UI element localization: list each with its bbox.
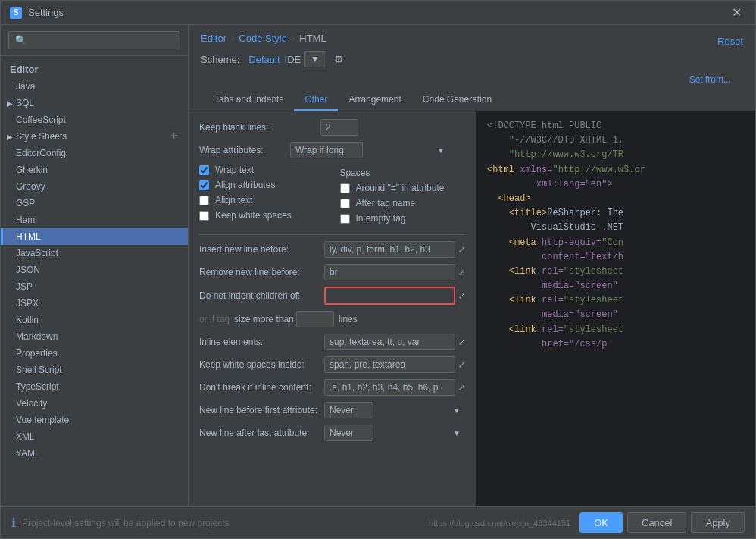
code-line: href="/css/p bbox=[487, 337, 745, 352]
sidebar-item-label: HTML bbox=[16, 231, 41, 242]
sidebar-item-label: XML bbox=[16, 431, 35, 442]
new-line-first-attr-dropdown[interactable]: Never bbox=[324, 402, 373, 418]
tag-size-input[interactable] bbox=[296, 311, 334, 327]
insert-new-line-before-label: Insert new line before: bbox=[199, 244, 324, 255]
expand-icon6[interactable]: ⤢ bbox=[458, 383, 465, 393]
keep-white-spaces-checkbox[interactable] bbox=[199, 211, 209, 221]
sidebar-item-label: Vue template bbox=[16, 415, 69, 425]
sidebar-item-groovy[interactable]: Groovy bbox=[1, 178, 188, 195]
around-eq-checkbox[interactable] bbox=[340, 183, 350, 193]
wrap-attributes-dropdown-wrapper: Wrap if long ▼ bbox=[290, 142, 449, 158]
insert-new-line-before-input[interactable] bbox=[324, 241, 455, 258]
new-line-last-attr-dropdown[interactable]: Never bbox=[324, 425, 373, 441]
sidebar-item-properties[interactable]: Properties bbox=[1, 345, 188, 362]
info-icon[interactable]: ℹ bbox=[11, 515, 16, 530]
sidebar-item-vuetemplate[interactable]: Vue template bbox=[1, 412, 188, 428]
around-eq-row: Around "=" in attribute bbox=[340, 183, 466, 193]
sidebar-item-yaml[interactable]: YAML bbox=[1, 445, 188, 462]
breadcrumb-editor[interactable]: Editor bbox=[201, 33, 226, 44]
inline-elements-row: Inline elements: ⤢ bbox=[199, 334, 465, 350]
close-button[interactable]: ✕ bbox=[727, 4, 746, 21]
sidebar-item-velocity[interactable]: Velocity bbox=[1, 395, 188, 412]
align-attributes-checkbox[interactable] bbox=[199, 180, 209, 190]
scheme-dropdown-btn[interactable]: ▼ bbox=[304, 51, 326, 67]
do-not-indent-input[interactable] bbox=[324, 287, 455, 305]
tab-other[interactable]: Other bbox=[294, 89, 338, 111]
sidebar-item-gherkin[interactable]: Gherkin bbox=[1, 161, 188, 178]
reset-link[interactable]: Reset bbox=[717, 36, 743, 47]
align-text-checkbox[interactable] bbox=[199, 196, 209, 205]
keep-white-spaces-inside-label: Keep white spaces inside: bbox=[199, 359, 324, 370]
sidebar-item-markdown[interactable]: Markdown bbox=[1, 328, 188, 345]
sidebar-item-label: JSPX bbox=[16, 298, 39, 309]
sidebar-item-sql[interactable]: ▶ SQL bbox=[1, 95, 188, 111]
sidebar-item-label: SQL bbox=[16, 98, 34, 108]
code-line: <link rel="stylesheet bbox=[487, 293, 745, 308]
set-from-link[interactable]: Set from... bbox=[201, 74, 743, 89]
search-input[interactable] bbox=[8, 31, 180, 49]
dont-break-input[interactable] bbox=[324, 379, 455, 396]
after-tag-name-checkbox[interactable] bbox=[340, 199, 350, 208]
settings-content: Keep blank lines: Wrap attributes: Wrap … bbox=[189, 111, 476, 506]
sidebar-item-label: Markdown bbox=[16, 331, 58, 342]
divider1 bbox=[199, 234, 465, 235]
sidebar-item-gsp[interactable]: GSP bbox=[1, 195, 188, 212]
sidebar-item-html[interactable]: HTML bbox=[1, 228, 188, 245]
ok-button[interactable]: OK bbox=[579, 512, 623, 533]
breadcrumb-codestyle[interactable]: Code Style bbox=[239, 33, 287, 44]
wrap-text-checkbox[interactable] bbox=[199, 165, 209, 175]
sidebar-item-label: EditorConfig bbox=[16, 148, 66, 158]
sidebar-item-jsp[interactable]: JSP bbox=[1, 278, 188, 295]
app-icon-letter: S bbox=[14, 8, 19, 17]
keep-white-spaces-inside-input[interactable] bbox=[324, 356, 455, 373]
wrap-attributes-dropdown[interactable]: Wrap if long bbox=[290, 142, 363, 158]
expand-icon[interactable]: ⤢ bbox=[458, 245, 465, 255]
in-empty-tag-checkbox[interactable] bbox=[340, 214, 350, 224]
sidebar-item-xml[interactable]: XML bbox=[1, 428, 188, 445]
sidebar-item-json[interactable]: JSON bbox=[1, 262, 188, 278]
code-line: <!DOCTYPE html PUBLIC bbox=[487, 119, 745, 133]
sidebar-item-coffeescript[interactable]: CoffeeScript bbox=[1, 111, 188, 128]
cancel-button[interactable]: Cancel bbox=[627, 512, 686, 533]
sidebar-item-kotlin[interactable]: Kotlin bbox=[1, 312, 188, 328]
sidebar-item-label: Kotlin bbox=[16, 315, 39, 325]
dropdown-arrow-icon: ▼ bbox=[437, 146, 445, 155]
tab-code-generation[interactable]: Code Generation bbox=[412, 89, 502, 111]
new-line-first-attr-label: New line before first attribute: bbox=[199, 405, 324, 415]
dropdown-arrow-icon2: ▼ bbox=[453, 406, 461, 415]
sidebar-item-stylesheets[interactable]: ▶ Style Sheets bbox=[1, 128, 188, 145]
expand-icon4[interactable]: ⤢ bbox=[458, 337, 465, 347]
scheme-dropdown-value[interactable]: Default bbox=[245, 52, 283, 67]
expand-icon2[interactable]: ⤢ bbox=[458, 268, 465, 277]
sidebar-item-javascript[interactable]: JavaScript bbox=[1, 245, 188, 262]
new-line-first-attr-row: New line before first attribute: Never ▼ bbox=[199, 402, 465, 418]
align-text-row: Align text bbox=[199, 195, 325, 205]
code-line: "-//W3C//DTD XHTML 1. bbox=[487, 133, 745, 148]
sidebar-item-haml[interactable]: Haml bbox=[1, 212, 188, 228]
remove-new-line-before-input[interactable] bbox=[324, 264, 455, 280]
bottom-bar: ℹ Project-level settings will be applied… bbox=[1, 506, 755, 538]
sidebar-item-java[interactable]: Java bbox=[1, 78, 188, 95]
tab-tabs-indents[interactable]: Tabs and Indents bbox=[204, 89, 294, 111]
expand-icon3[interactable]: ⤢ bbox=[458, 291, 465, 301]
tab-arrangement[interactable]: Arrangement bbox=[338, 89, 411, 111]
sidebar-item-jspx[interactable]: JSPX bbox=[1, 295, 188, 312]
gear-button[interactable]: ⚙ bbox=[329, 50, 349, 68]
in-empty-tag-label: In empty tag bbox=[356, 213, 406, 224]
keep-blank-lines-input[interactable] bbox=[320, 119, 358, 136]
align-text-label: Align text bbox=[215, 195, 252, 205]
spaces-col: Spaces Around "=" in attribute After tag… bbox=[340, 165, 466, 228]
sidebar-item-shellscript[interactable]: Shell Script bbox=[1, 362, 188, 378]
do-not-indent-row: Do not indent children of: ⤢ bbox=[199, 287, 465, 305]
wrap-text-row: Wrap text bbox=[199, 165, 325, 175]
inline-elements-input[interactable] bbox=[324, 334, 455, 350]
expand-icon5[interactable]: ⤢ bbox=[458, 360, 465, 370]
sidebar-item-typescript[interactable]: TypeScript bbox=[1, 378, 188, 395]
code-line: xml:lang="en"> bbox=[487, 177, 745, 192]
breadcrumb-sep1: › bbox=[231, 33, 234, 44]
main-content: Editor Java ▶ SQL CoffeeScript ▶ Style S… bbox=[1, 25, 755, 506]
main-panel: Editor › Code Style › HTML Reset Scheme:… bbox=[189, 25, 755, 506]
expand-icon bbox=[170, 131, 179, 142]
apply-button[interactable]: Apply bbox=[691, 512, 745, 533]
sidebar-item-editorconfig[interactable]: EditorConfig bbox=[1, 145, 188, 161]
